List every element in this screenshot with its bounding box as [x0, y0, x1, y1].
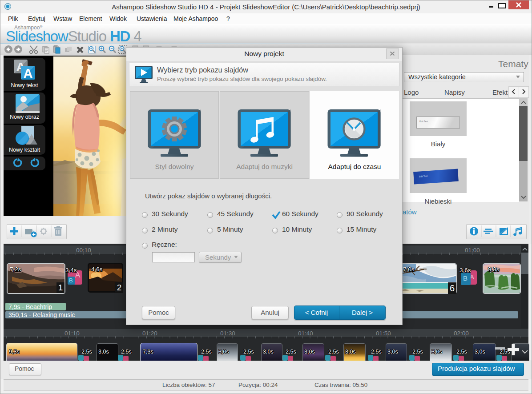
- svg-text:A: A: [24, 66, 33, 80]
